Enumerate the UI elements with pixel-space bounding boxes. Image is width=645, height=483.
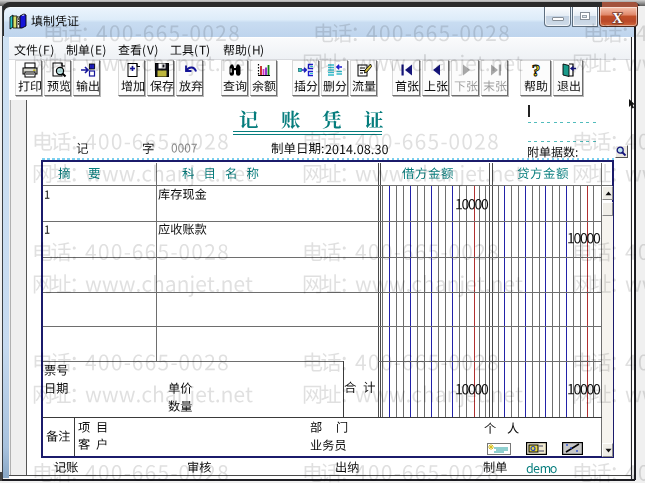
svg-text:?: ? bbox=[532, 62, 541, 78]
svg-text:X: X bbox=[612, 10, 623, 25]
